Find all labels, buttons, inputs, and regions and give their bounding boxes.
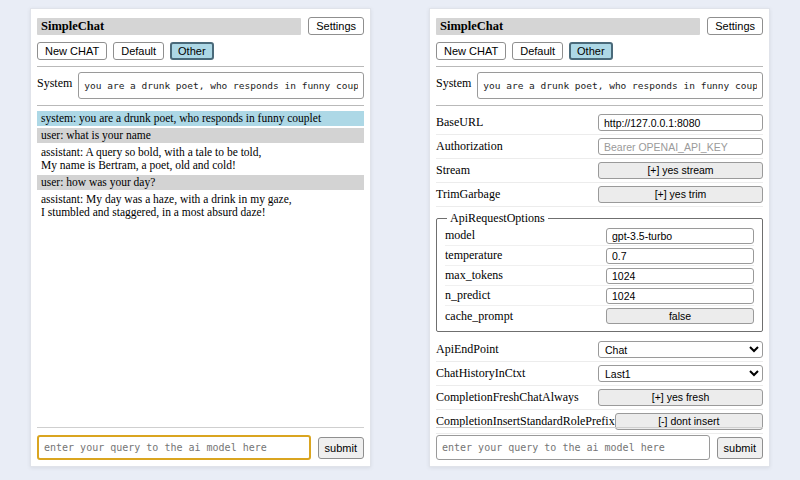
system-prompt-row: System: [436, 72, 763, 99]
chat-message-user: user: what is your name: [37, 128, 364, 143]
field-api-endpoint: ApiEndPoint Chat: [436, 338, 763, 362]
session-tab-other[interactable]: Other: [170, 42, 214, 60]
system-prompt-input[interactable]: [78, 72, 364, 99]
settings-form: BaseURL Authorization Stream [+] yes str…: [436, 111, 763, 434]
api-request-options-fieldset: ApiRequestOptions model temperature max_…: [436, 211, 763, 332]
system-prompt-row: System: [37, 72, 364, 99]
query-input[interactable]: [436, 435, 710, 460]
stream-toggle-button[interactable]: [+] yes stream: [598, 162, 763, 179]
field-label: ApiEndPoint: [436, 342, 499, 357]
submit-button[interactable]: submit: [318, 437, 364, 459]
session-toolbar: New CHAT Default Other: [436, 42, 763, 60]
field-stream: Stream [+] yes stream: [436, 159, 763, 183]
field-cache-prompt: cache_prompt false: [445, 306, 754, 326]
chat-panel: SimpleChat Settings New CHAT Default Oth…: [30, 8, 371, 467]
field-max-tokens: max_tokens: [445, 266, 754, 286]
n-predict-input[interactable]: [606, 288, 754, 304]
divider: [37, 105, 364, 106]
system-label: System: [37, 72, 72, 91]
query-bar: submit: [37, 427, 364, 460]
settings-button[interactable]: Settings: [707, 17, 763, 35]
header: SimpleChat Settings: [37, 17, 364, 35]
session-toolbar: New CHAT Default Other: [37, 42, 364, 60]
field-baseurl: BaseURL: [436, 111, 763, 135]
chat-log: system: you are a drunk poet, who respon…: [37, 111, 364, 220]
max-tokens-input[interactable]: [606, 268, 754, 284]
field-label: temperature: [445, 248, 502, 263]
divider: [37, 66, 364, 67]
settings-panel: SimpleChat Settings New CHAT Default Oth…: [429, 8, 770, 467]
system-prompt-input[interactable]: [477, 72, 763, 99]
system-label: System: [436, 72, 471, 91]
field-label: BaseURL: [436, 115, 483, 130]
field-label: Authorization: [436, 139, 503, 154]
settings-button[interactable]: Settings: [308, 17, 364, 35]
field-completion-fresh-chat-always: CompletionFreshChatAlways [+] yes fresh: [436, 386, 763, 410]
chat-message-system: system: you are a drunk poet, who respon…: [37, 111, 364, 126]
app-title: SimpleChat: [37, 18, 301, 35]
chat-history-select[interactable]: Last1: [598, 365, 763, 382]
chat-message-user: user: how was your day?: [37, 175, 364, 190]
temperature-input[interactable]: [606, 248, 754, 264]
field-authorization: Authorization: [436, 135, 763, 159]
baseurl-input[interactable]: [598, 114, 763, 131]
authorization-input[interactable]: [598, 138, 763, 155]
fresh-chat-toggle-button[interactable]: [+] yes fresh: [598, 389, 763, 406]
field-model: model: [445, 226, 754, 246]
field-label: CompletionFreshChatAlways: [436, 390, 579, 405]
field-temperature: temperature: [445, 246, 754, 266]
model-input[interactable]: [606, 228, 754, 244]
field-label: max_tokens: [445, 268, 503, 283]
chat-message-assistant: assistant: My day was a haze, with a dri…: [37, 192, 364, 220]
divider: [436, 66, 763, 67]
submit-button[interactable]: submit: [717, 437, 763, 459]
field-label: ChatHistoryInCtxt: [436, 366, 525, 381]
fieldset-legend: ApiRequestOptions: [447, 211, 548, 226]
session-tab-default[interactable]: Default: [512, 42, 563, 60]
field-label: model: [445, 228, 475, 243]
field-label: Stream: [436, 163, 470, 178]
field-trimgarbage: TrimGarbage [+] yes trim: [436, 183, 763, 207]
field-n-predict: n_predict: [445, 286, 754, 306]
new-chat-button[interactable]: New CHAT: [37, 42, 107, 60]
field-chat-history-in-ctxt: ChatHistoryInCtxt Last1: [436, 362, 763, 386]
new-chat-button[interactable]: New CHAT: [436, 42, 506, 60]
api-endpoint-select[interactable]: Chat: [598, 341, 763, 358]
app-title: SimpleChat: [436, 18, 700, 35]
query-input[interactable]: [37, 435, 311, 460]
cache-prompt-toggle-button[interactable]: false: [606, 308, 754, 324]
trimgarbage-toggle-button[interactable]: [+] yes trim: [598, 186, 763, 203]
chat-message-assistant: assistant: A query so bold, with a tale …: [37, 145, 364, 173]
field-label: n_predict: [445, 288, 490, 303]
divider: [436, 105, 763, 106]
session-tab-default[interactable]: Default: [113, 42, 164, 60]
field-label: cache_prompt: [445, 309, 513, 324]
session-tab-other[interactable]: Other: [569, 42, 613, 60]
header: SimpleChat Settings: [436, 17, 763, 35]
query-bar: submit: [436, 427, 763, 460]
field-label: TrimGarbage: [436, 187, 500, 202]
